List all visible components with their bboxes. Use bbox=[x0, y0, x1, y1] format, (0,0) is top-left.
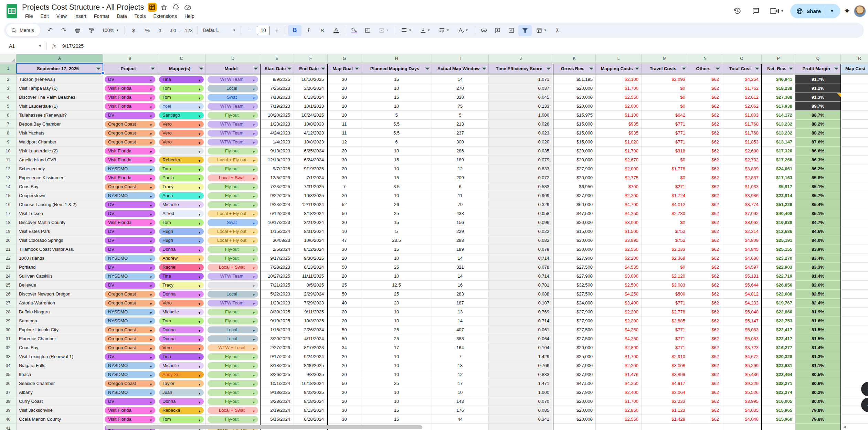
cell-model-38[interactable]: Fly-out▼ bbox=[206, 397, 260, 406]
cell-project-21[interactable]: DV▼ bbox=[103, 245, 157, 254]
cell-net-18[interactable]: $16,938 bbox=[762, 218, 795, 227]
cell-window-13[interactable]: 209 bbox=[432, 173, 489, 182]
cell-name-9[interactable]: Waldport Chamber bbox=[17, 138, 103, 147]
row-header-38[interactable]: 38 bbox=[0, 397, 17, 406]
cell-project-39[interactable]: Visit Florida▼ bbox=[103, 406, 157, 415]
cell-rcol-3[interactable] bbox=[841, 84, 868, 93]
labs-badge-icon[interactable] bbox=[148, 3, 157, 12]
name-box[interactable]: A1 bbox=[0, 43, 39, 49]
cell-travel-36[interactable]: $4,917 bbox=[642, 379, 688, 388]
cell-travel-18[interactable]: $0 bbox=[642, 218, 688, 227]
cell-end-31[interactable]: 4/11/2024 bbox=[294, 334, 328, 343]
cell-margin-10[interactable]: 86.6% bbox=[795, 147, 841, 155]
cell-days-18[interactable]: 15 bbox=[361, 218, 432, 227]
cell-mapcost-13[interactable]: $2,775 bbox=[596, 173, 642, 182]
cell-travel-38[interactable]: $2,233 bbox=[642, 397, 688, 406]
cell-net-14[interactable]: $5,917 bbox=[762, 182, 795, 191]
cell-model-30[interactable]: Local▼ bbox=[206, 325, 260, 334]
filter-button[interactable] bbox=[199, 66, 204, 71]
cell-window-34[interactable]: 13 bbox=[432, 361, 489, 370]
chip-model[interactable]: Fly-out▼ bbox=[208, 398, 258, 405]
cell-others-2[interactable]: $62 bbox=[688, 75, 722, 84]
filter-button[interactable] bbox=[482, 66, 487, 71]
cell-end-24[interactable]: 11/11/2025 bbox=[294, 272, 328, 281]
scrollbar-left-arrow[interactable]: ◄ bbox=[843, 424, 847, 429]
cell-mapper-5[interactable]: Yoel▼ bbox=[157, 102, 206, 111]
cell-goal-4[interactable]: 30 bbox=[328, 93, 361, 102]
chip-project[interactable]: DV▼ bbox=[105, 398, 155, 405]
cell-start-23[interactable]: 7/28/2023 bbox=[260, 263, 294, 272]
col-header-A[interactable]: A bbox=[17, 54, 103, 63]
header-cell-window[interactable]: Actual Map Window bbox=[432, 64, 489, 73]
cell-total-24[interactable]: $5,181 bbox=[722, 272, 762, 281]
cell-mapcost-37[interactable]: $2,400 bbox=[596, 388, 642, 397]
cell-gross-3[interactable]: $20,000 bbox=[553, 84, 596, 93]
cell-project-27[interactable]: Oregon Coast▼ bbox=[103, 299, 157, 308]
cell-window-15[interactable]: 11 bbox=[432, 191, 489, 200]
chip-model[interactable]: Fly-out▼ bbox=[208, 148, 258, 154]
cell-window-29[interactable]: 14 bbox=[432, 316, 489, 325]
cell-end-14[interactable]: 7/31/2025 bbox=[294, 182, 328, 191]
cell-days-7[interactable]: 5.5 bbox=[361, 120, 432, 129]
cell-days-28[interactable]: 10 bbox=[361, 308, 432, 316]
filter-funnel-icon[interactable] bbox=[321, 66, 326, 71]
filter-button[interactable] bbox=[681, 66, 686, 71]
cell-mapcost-6[interactable]: $1,100 bbox=[596, 111, 642, 120]
cell-model-26[interactable]: Local▼ bbox=[206, 290, 260, 299]
cell-others-12[interactable]: $62 bbox=[688, 164, 722, 173]
chip-mapper[interactable]: Michelle▼ bbox=[159, 362, 204, 369]
cell-start-40[interactable]: 5/15/2024 bbox=[260, 415, 294, 424]
col-header-Q[interactable]: Q bbox=[795, 54, 841, 63]
cell-mapcost-21[interactable]: $2,550 bbox=[596, 245, 642, 254]
chip-mapper[interactable]: ▼ bbox=[159, 148, 204, 154]
cell-model-13[interactable]: Local + Swat▼ bbox=[206, 173, 260, 182]
cell-total-23[interactable]: $4,597 bbox=[722, 263, 762, 272]
decrease-decimal-button[interactable]: .0← bbox=[155, 25, 168, 36]
cell-margin-18[interactable]: 84.7% bbox=[795, 218, 841, 227]
cell-travel-16[interactable]: $4,012 bbox=[642, 200, 688, 209]
chip-project[interactable]: Oregon Coast▼ bbox=[105, 130, 155, 137]
cell-end-29[interactable]: 10/3/2025 bbox=[294, 316, 328, 325]
cell-others-38[interactable]: $62 bbox=[688, 397, 722, 406]
chip-project[interactable]: DV▼ bbox=[105, 237, 155, 244]
cell-net-15[interactable]: $23,914 bbox=[762, 191, 795, 200]
comments-icon[interactable] bbox=[748, 3, 763, 19]
row-header-37[interactable]: 37 bbox=[0, 388, 17, 397]
cell-total-31[interactable]: $5,083 bbox=[722, 334, 762, 343]
cell-score-37[interactable]: 1.000 bbox=[489, 388, 553, 397]
cell-window-9[interactable]: 300 bbox=[432, 138, 489, 147]
row-header-5[interactable]: 5 bbox=[0, 102, 17, 111]
row-header-1[interactable]: 1 bbox=[0, 64, 17, 73]
cell-mapper-19[interactable]: Hugh▼ bbox=[157, 227, 206, 236]
cell-margin-13[interactable]: 85.8% bbox=[795, 173, 841, 182]
cell-score-17[interactable]: 0.058 bbox=[489, 209, 553, 218]
insert-chart-button[interactable] bbox=[505, 25, 518, 36]
cell-window-11[interactable]: 189 bbox=[432, 155, 489, 164]
decrease-font-size-button[interactable]: − bbox=[243, 25, 256, 36]
cell-mapcost-32[interactable]: $2,890 bbox=[596, 343, 642, 352]
chip-mapper[interactable]: Vero▼ bbox=[159, 121, 204, 128]
chip-model[interactable]: Fly-out▼ bbox=[208, 246, 258, 253]
cell-start-9[interactable]: 1/4/2023 bbox=[260, 138, 294, 147]
share-dropdown[interactable]: ▼ bbox=[825, 9, 839, 13]
cell-total-35[interactable]: $5,436 bbox=[722, 370, 762, 379]
cell-gross-31[interactable]: $27,500 bbox=[553, 334, 596, 343]
cell-end-10[interactable]: 6/25/2024 bbox=[294, 147, 328, 155]
cell-end-27[interactable]: 7/29/2023 bbox=[294, 299, 328, 308]
cell-rcol-15[interactable] bbox=[841, 191, 868, 200]
chip-mapper[interactable]: Andy Xu▼ bbox=[159, 371, 204, 378]
row-header-9[interactable]: 9 bbox=[0, 138, 17, 147]
cell-model-20[interactable]: Local + Fly out▼ bbox=[206, 236, 260, 245]
cell-score-41[interactable] bbox=[489, 424, 553, 430]
cell-score-21[interactable]: 0.079 bbox=[489, 245, 553, 254]
horizontal-align-button[interactable]: ▼ bbox=[397, 25, 416, 36]
cell-total-33[interactable]: $4,672 bbox=[722, 352, 762, 361]
col-header-B[interactable]: B bbox=[103, 54, 157, 63]
menu-help[interactable]: Help bbox=[181, 13, 198, 20]
cell-travel-2[interactable]: $2,093 bbox=[642, 75, 688, 84]
cell-mapper-26[interactable]: Donna▼ bbox=[157, 290, 206, 299]
cell-others-35[interactable]: $62 bbox=[688, 370, 722, 379]
cell-score-35[interactable]: 0.833 bbox=[489, 370, 553, 379]
cell-name-29[interactable]: Saratoga bbox=[17, 316, 103, 325]
cell-goal-33[interactable]: 20 bbox=[328, 352, 361, 361]
